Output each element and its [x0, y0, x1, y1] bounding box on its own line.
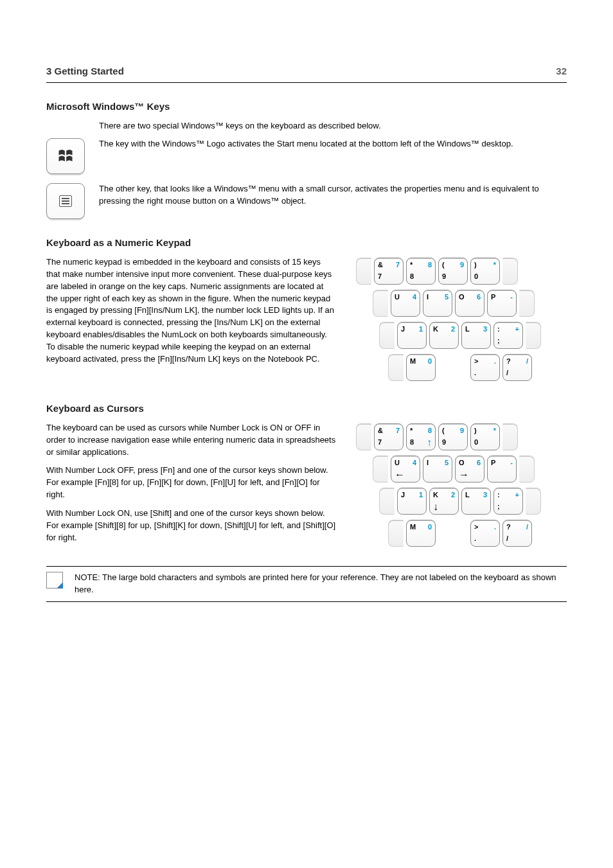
keycap-edge: [502, 423, 518, 450]
mswinkeys-intro: There are two special Windows™ keys on t…: [99, 120, 567, 132]
keycap: &77: [374, 258, 404, 285]
keycap: *88: [406, 258, 436, 285]
section-title-numpad: Keyboard as a Numeric Keypad: [46, 236, 567, 250]
keycap-edge: [526, 488, 541, 515]
keycap: :+;: [493, 322, 523, 349]
keycap: J1: [397, 488, 427, 515]
cursors-section: The keyboard can be used as cursors whil…: [46, 422, 567, 551]
keycap: &77: [374, 423, 404, 450]
windows-key-icon: [46, 138, 85, 174]
winkey-row: The key with the Windows™ Logo activates…: [46, 138, 567, 174]
numpad-diagram-b: &77 *88↑ (99 )*0 U4← I5 O6→ P- J1 K2↓ L3…: [355, 422, 567, 551]
note-box: NOTE: The large bold characters and symb…: [46, 566, 567, 602]
note-icon: [46, 572, 63, 589]
page-header: 3 Getting Started 32: [46, 64, 567, 78]
keycap: :+;: [493, 488, 523, 515]
winkey-desc: The key with the Windows™ Logo activates…: [99, 138, 567, 150]
header-section-label: 3 Getting Started: [46, 64, 124, 78]
header-page-number: 32: [556, 64, 567, 78]
cursors-intro: The keyboard can be used as cursors whil…: [46, 422, 337, 459]
keycap-edge: [379, 488, 395, 515]
keycap: L3: [461, 322, 491, 349]
keycap: (99: [438, 258, 468, 285]
keycap-edge: [356, 258, 371, 285]
keycap: >..: [470, 354, 500, 381]
arrow-down-icon: ↓: [433, 502, 438, 512]
arrow-up-icon: ↑: [427, 438, 432, 448]
cursors-desc: The keyboard can be used as cursors whil…: [46, 422, 337, 544]
context-menu-key-icon: [46, 183, 85, 219]
keycap-cursor-up: *88↑: [406, 423, 436, 450]
keycap: >..: [470, 520, 500, 547]
arrow-right-icon: →: [459, 470, 469, 480]
keycap: P-: [487, 456, 517, 483]
keycap: )*0: [470, 423, 500, 450]
keycap: ?//: [502, 520, 532, 547]
section-title-mswinkeys: Microsoft Windows™ Keys: [46, 100, 567, 114]
note-text: NOTE: The large bold characters and symb…: [75, 572, 567, 596]
keycap-cursor-down: K2↓: [429, 488, 459, 515]
keycap-edge: [519, 456, 535, 483]
keycap: P-: [487, 290, 517, 317]
keycap: M0: [406, 354, 436, 381]
keycap: I5: [423, 456, 452, 483]
keycap-edge: [373, 456, 388, 483]
header-rule: [46, 82, 567, 83]
keycap-cursor-left: U4←: [391, 456, 420, 483]
arrow-left-icon: ←: [395, 470, 405, 480]
keycap-edge: [379, 322, 395, 349]
keycap-edge: [519, 290, 535, 317]
keycap: O6: [455, 290, 484, 317]
keycap: U4: [391, 290, 420, 317]
keycap-edge: [373, 290, 388, 317]
contextkey-desc: The other key, that looks like a Windows…: [99, 183, 567, 208]
keycap: )*0: [470, 258, 500, 285]
keycap: M0: [406, 520, 436, 547]
numpad-section: The numeric keypad is embedded in the ke…: [46, 256, 567, 385]
contextkey-row: The other key, that looks like a Windows…: [46, 183, 567, 219]
keycap: (99: [438, 423, 468, 450]
section-title-cursors: Keyboard as Cursors: [46, 402, 567, 416]
keycap: J1: [397, 322, 427, 349]
keycap: I5: [423, 290, 452, 317]
keycap-edge: [356, 423, 371, 450]
keycap: ?//: [502, 354, 532, 381]
keycap-edge: [502, 258, 518, 285]
keycap-cursor-right: O6→: [455, 456, 484, 483]
keycap-edge: [526, 322, 541, 349]
keycap: K2: [429, 322, 459, 349]
keycap-edge: [388, 520, 404, 547]
cursors-numlock-on: With Number Lock ON, use [Shift] and one…: [46, 508, 335, 542]
keycap: L3: [461, 488, 491, 515]
keycap-edge: [388, 354, 404, 381]
numpad-diagram-a: &77 *88 (99 )*0 U4 I5 O6 P- J1 K2 L3 :+;: [355, 256, 567, 385]
numpad-desc: The numeric keypad is embedded in the ke…: [46, 256, 337, 366]
cursors-numlock-off: With Number Lock OFF, press [Fn] and one…: [46, 465, 328, 499]
